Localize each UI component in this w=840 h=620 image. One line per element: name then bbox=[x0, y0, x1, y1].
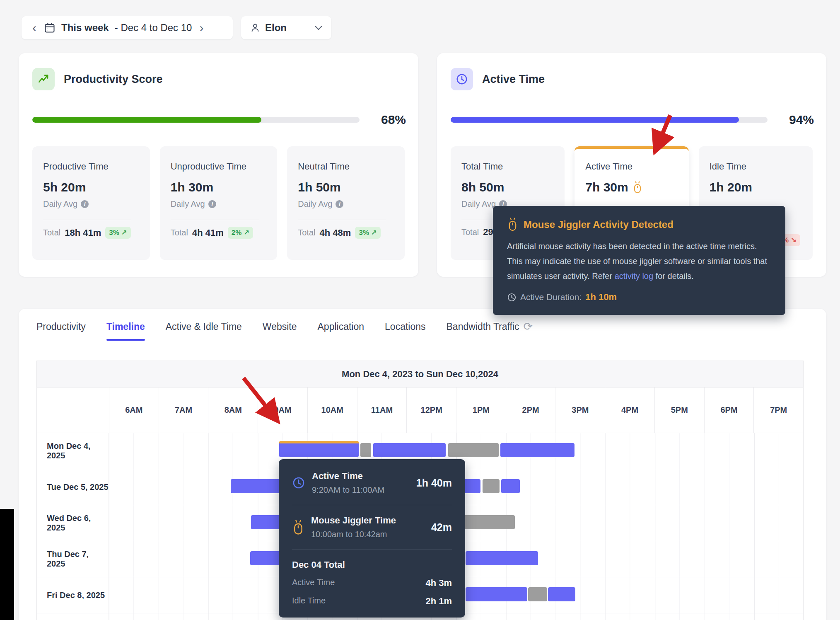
subcard-total-value: 29 bbox=[483, 227, 493, 237]
tab-label: Timeline bbox=[106, 321, 145, 332]
prev-week-chevron-icon[interactable]: ‹ bbox=[31, 22, 38, 34]
active-time-bar[interactable] bbox=[548, 587, 575, 601]
calendar-icon bbox=[44, 22, 56, 34]
timeline-tooltip: Active Time 9:20AM to 11:00AM 1h 40m Mou… bbox=[279, 459, 465, 618]
tooltip-active-range: 9:20AM to 11:00AM bbox=[312, 485, 410, 495]
tab-label: Active & Idle Time bbox=[166, 321, 242, 332]
jiggler-time-bar[interactable] bbox=[279, 441, 359, 457]
chevron-down-icon[interactable] bbox=[315, 26, 322, 30]
subcard-total-value: 4h 48m bbox=[320, 228, 351, 238]
subcard-label: Productive Time bbox=[43, 161, 139, 172]
subcard-total-row: Total4h 41m2% ↗ bbox=[171, 227, 267, 239]
subcard-daily-avg: Daily Avgi bbox=[43, 199, 139, 209]
active-duration-label: Active Duration: bbox=[520, 292, 582, 302]
metric-subcard-productive-time[interactable]: Productive Time5h 20mDaily AvgiTotal18h … bbox=[32, 146, 150, 260]
active-time-title: Active Time bbox=[482, 73, 545, 86]
subcard-value: 1h 30m bbox=[171, 180, 267, 194]
date-range-picker[interactable]: ‹ This week - Dec 4 to Dec 10 › bbox=[22, 16, 233, 39]
hour-header-5pm: 5PM bbox=[654, 388, 704, 433]
mouse-jiggler-icon bbox=[632, 181, 642, 194]
tab-label: Application bbox=[318, 321, 364, 332]
tooltip-jiggler-label: Mouse Jiggler Time bbox=[311, 515, 425, 526]
idle-time-bar[interactable] bbox=[360, 443, 371, 457]
hour-header-2pm: 2PM bbox=[506, 388, 555, 433]
tab-locations[interactable]: Locations bbox=[385, 321, 425, 334]
tooltip-jiggler-range: 10:00am to 10:42am bbox=[311, 530, 425, 539]
row-label: Mon Dec 4, 2025 bbox=[37, 433, 109, 469]
active-time-bar[interactable] bbox=[251, 515, 280, 529]
tooltip-jiggler-value: 42m bbox=[431, 521, 452, 533]
active-time-bar[interactable] bbox=[500, 443, 574, 457]
active-time-bar[interactable] bbox=[373, 443, 446, 457]
productivity-score-title: Productivity Score bbox=[64, 73, 163, 86]
subcard-total-value: 4h 41m bbox=[192, 228, 224, 238]
activity-log-link[interactable]: activity log bbox=[615, 271, 653, 281]
metric-subcard-unproductive-time[interactable]: Unproductive Time1h 30mDaily AvgiTotal4h… bbox=[160, 146, 278, 260]
hour-header-11am: 11AM bbox=[357, 388, 407, 433]
idle-time-bar[interactable] bbox=[483, 479, 500, 493]
subcard-value: 1h 20m bbox=[710, 180, 802, 194]
date-range-label: This week bbox=[61, 22, 109, 34]
subcard-label: Neutral Time bbox=[298, 161, 394, 172]
hour-header-4pm: 4PM bbox=[605, 388, 654, 433]
active-duration-value: 1h 10m bbox=[585, 292, 617, 303]
idle-time-bar[interactable] bbox=[528, 587, 547, 601]
tab-bandwidth-traffic[interactable]: Bandwidth Traffic⟳ bbox=[447, 321, 533, 334]
active-time-bar[interactable] bbox=[463, 479, 480, 493]
hour-header-7pm: 7PM bbox=[753, 388, 803, 433]
hour-header-10am: 10AM bbox=[307, 388, 357, 433]
active-time-bar[interactable] bbox=[231, 479, 280, 493]
tab-application[interactable]: Application bbox=[318, 321, 364, 334]
trend-badge: 2% ↗ bbox=[228, 227, 253, 239]
subcard-total-label: Total bbox=[461, 228, 479, 237]
mouse-jiggler-icon bbox=[507, 218, 518, 231]
info-icon[interactable]: i bbox=[208, 200, 216, 208]
subcard-label: Active Time bbox=[585, 161, 678, 172]
user-selector[interactable]: Elon bbox=[241, 16, 331, 39]
metric-subcard-neutral-time[interactable]: Neutral Time1h 50mDaily AvgiTotal4h 48m3… bbox=[287, 146, 405, 260]
trend-badge: 3% ↗ bbox=[355, 227, 381, 239]
tabs: ProductivityTimelineActive & Idle TimeWe… bbox=[36, 321, 533, 334]
tooltip-total-value: 4h 3m bbox=[425, 578, 452, 589]
hour-header-12pm: 12PM bbox=[406, 388, 456, 433]
user-name: Elon bbox=[265, 22, 287, 34]
tooltip-active-label: Active Time bbox=[312, 471, 410, 482]
subcard-total-row: Total4h 48m3% ↗ bbox=[298, 227, 394, 239]
subcard-total-label: Total bbox=[171, 228, 188, 237]
subcard-total-value: 18h 41m bbox=[65, 228, 101, 238]
tab-active-idle-time[interactable]: Active & Idle Time bbox=[166, 321, 242, 334]
active-time-bar[interactable] bbox=[466, 551, 538, 565]
hour-header-6am: 6AM bbox=[109, 388, 159, 433]
subcard-total-label: Total bbox=[298, 228, 315, 237]
productivity-progress-track bbox=[32, 117, 360, 123]
active-time-bar[interactable] bbox=[501, 479, 520, 493]
active-time-bar[interactable] bbox=[466, 587, 527, 601]
info-icon[interactable]: i bbox=[81, 200, 89, 208]
active-progress-track bbox=[451, 117, 768, 123]
refresh-icon[interactable]: ⟳ bbox=[524, 321, 533, 332]
tab-label: Website bbox=[263, 321, 297, 332]
active-time-bar[interactable] bbox=[250, 551, 280, 565]
subcard-total-row: Total18h 41m3% ↗ bbox=[43, 227, 139, 239]
tab-label: Locations bbox=[385, 321, 425, 332]
idle-time-bar[interactable] bbox=[463, 515, 515, 529]
subcard-label: Idle Time bbox=[710, 161, 802, 172]
next-week-chevron-icon[interactable]: › bbox=[198, 22, 205, 34]
subcard-divider bbox=[171, 220, 259, 220]
person-icon bbox=[250, 23, 260, 33]
clock-icon bbox=[292, 476, 305, 489]
trend-up-icon bbox=[32, 68, 55, 90]
idle-time-bar[interactable] bbox=[448, 443, 499, 457]
info-icon[interactable]: i bbox=[336, 200, 343, 208]
hour-header-8am: 8AM bbox=[208, 388, 258, 433]
hour-header-6pm: 6PM bbox=[704, 388, 754, 433]
tab-productivity[interactable]: Productivity bbox=[36, 321, 86, 334]
subcard-value: 7h 30m bbox=[585, 180, 678, 194]
tooltip-active-value: 1h 40m bbox=[416, 477, 452, 489]
row-label: Thu Dec 7, 2025 bbox=[37, 541, 109, 577]
tooltip-total-label: Active Time bbox=[292, 578, 335, 589]
row-label bbox=[37, 613, 109, 620]
tab-timeline[interactable]: Timeline bbox=[106, 321, 145, 334]
productivity-progress-fill bbox=[32, 117, 261, 123]
tab-website[interactable]: Website bbox=[263, 321, 297, 334]
